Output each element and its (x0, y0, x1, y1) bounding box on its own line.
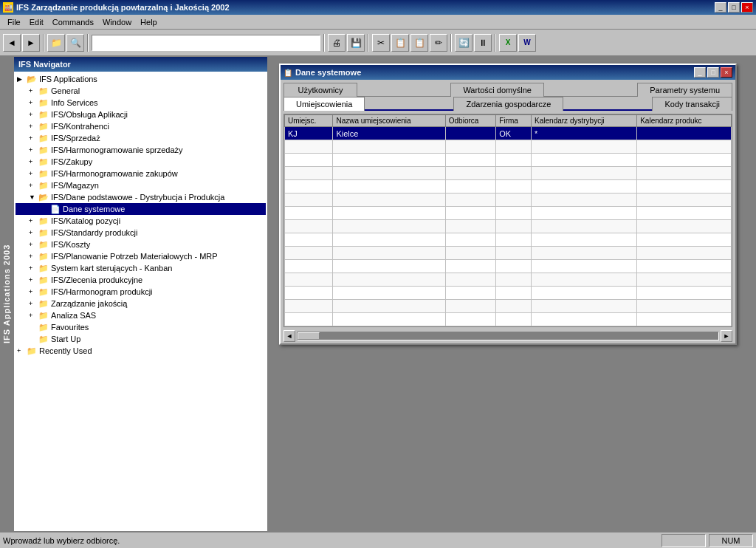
minimize-button[interactable]: _ (715, 2, 726, 13)
tree-expander-icon[interactable]: + (29, 134, 38, 142)
table-row[interactable] (285, 287, 732, 300)
table-cell[interactable] (532, 300, 637, 313)
tree-expander-icon[interactable]: + (29, 312, 38, 319)
table-cell[interactable] (532, 220, 637, 233)
cut-button[interactable]: ✂ (372, 34, 390, 52)
table-row[interactable] (285, 207, 732, 220)
table-row[interactable] (285, 220, 732, 233)
table-cell[interactable] (333, 154, 445, 167)
tree-expander-icon[interactable]: + (29, 253, 38, 260)
table-cell[interactable] (285, 313, 333, 326)
forward-button[interactable]: ► (22, 34, 40, 52)
tree-expander-icon[interactable]: + (29, 264, 38, 272)
table-cell[interactable] (637, 154, 732, 167)
table-cell[interactable] (637, 193, 732, 207)
table-cell[interactable] (532, 207, 637, 220)
dialog-close[interactable]: × (721, 67, 732, 78)
new-button[interactable]: 📁 (47, 34, 65, 52)
pause-button[interactable]: ⏸ (474, 34, 492, 52)
table-cell[interactable] (637, 207, 732, 220)
tree-item[interactable]: +📁IFS/Sprzedaż (16, 132, 266, 144)
table-cell[interactable] (285, 180, 333, 193)
table-cell[interactable] (496, 207, 532, 220)
table-cell[interactable] (285, 233, 333, 247)
table-cell[interactable] (532, 287, 637, 300)
copy-button[interactable]: 📋 (391, 34, 409, 52)
tree-item[interactable]: +📁Info Services (16, 97, 266, 109)
find-button[interactable]: 🔍 (66, 34, 84, 52)
table-cell[interactable] (333, 313, 445, 326)
table-cell[interactable] (637, 127, 732, 140)
edit-button[interactable]: ✏ (430, 34, 447, 52)
table-cell[interactable] (532, 193, 637, 207)
table-cell[interactable] (285, 300, 333, 313)
paste-button[interactable]: 📋 (410, 34, 428, 52)
tree-expander-icon[interactable]: ▼ (29, 193, 38, 201)
dialog-minimize[interactable]: _ (694, 67, 706, 78)
tree-item[interactable]: +📁IFS/Zlecenia produkcyjne (16, 274, 266, 286)
table-cell[interactable] (637, 220, 732, 233)
table-cell[interactable] (496, 287, 532, 300)
table-cell[interactable]: Kielce (333, 127, 445, 140)
tree-expander-icon[interactable]: + (29, 241, 38, 248)
table-cell[interactable] (532, 260, 637, 273)
table-cell[interactable]: KJ (285, 127, 333, 140)
navigator-tree[interactable]: ▶📂IFS Applications+📁General+📁Info Servic… (14, 72, 267, 531)
table-cell[interactable] (445, 140, 496, 154)
table-cell[interactable] (285, 273, 333, 287)
tree-item[interactable]: +📁IFS/Obsługa Aplikacji (16, 109, 266, 120)
table-cell[interactable] (496, 313, 532, 326)
table-cell[interactable] (333, 287, 445, 300)
tree-expander-icon[interactable]: + (29, 300, 38, 307)
table-cell[interactable] (496, 154, 532, 167)
tree-expander-icon[interactable]: + (29, 111, 38, 118)
table-cell[interactable] (445, 247, 496, 260)
table-cell[interactable] (333, 140, 445, 154)
tree-item[interactable]: +📁IFS/Standardy produkcji (16, 227, 266, 239)
table-cell[interactable] (333, 300, 445, 313)
table-cell[interactable] (333, 207, 445, 220)
table-row[interactable] (285, 260, 732, 273)
chart-button[interactable]: X (499, 34, 517, 52)
table-row[interactable] (285, 154, 732, 167)
back-button[interactable]: ◄ (3, 34, 21, 52)
tab-uzytkownicy[interactable]: Użytkownicy (284, 83, 357, 97)
menu-edit[interactable]: Edit (25, 16, 48, 28)
tab-umiejscowienia[interactable]: Umiejscowienia (284, 97, 365, 111)
table-cell[interactable] (333, 193, 445, 207)
scroll-left-button[interactable]: ◄ (284, 330, 295, 342)
menu-file[interactable]: File (3, 16, 25, 28)
tree-item[interactable]: +📁IFS/Harmonogramowanie zakupów (16, 168, 266, 179)
tree-expander-icon[interactable]: + (29, 87, 38, 95)
table-cell[interactable] (496, 273, 532, 287)
table-cell[interactable] (637, 300, 732, 313)
tree-item[interactable]: 📄Dane systemowe (16, 203, 266, 215)
table-cell[interactable] (333, 273, 445, 287)
table-cell[interactable] (445, 220, 496, 233)
table-cell[interactable] (445, 273, 496, 287)
word-button[interactable]: W (518, 34, 536, 52)
table-row[interactable] (285, 167, 732, 180)
scroll-right-button[interactable]: ► (721, 330, 732, 342)
tree-expander-icon[interactable]: + (29, 217, 38, 225)
table-cell[interactable]: * (532, 127, 637, 140)
table-cell[interactable] (333, 260, 445, 273)
table-row[interactable] (285, 140, 732, 154)
table-row[interactable] (285, 247, 732, 260)
table-cell[interactable] (637, 167, 732, 180)
table-cell[interactable] (637, 287, 732, 300)
close-button[interactable]: × (741, 2, 753, 13)
tree-expander-icon[interactable]: + (29, 170, 38, 177)
table-cell[interactable] (532, 154, 637, 167)
table-cell[interactable] (445, 233, 496, 247)
tree-item[interactable]: +📁IFS/Koszty (16, 239, 266, 250)
table-cell[interactable] (637, 273, 732, 287)
table-cell[interactable] (445, 313, 496, 326)
dialog-maximize[interactable]: □ (707, 67, 719, 78)
table-cell[interactable] (445, 180, 496, 193)
tree-item[interactable]: 📁Favourites (16, 321, 266, 333)
tree-expander-icon[interactable]: + (29, 276, 38, 284)
table-cell[interactable] (333, 220, 445, 233)
table-cell[interactable] (445, 193, 496, 207)
menu-commands[interactable]: Commands (48, 16, 98, 28)
